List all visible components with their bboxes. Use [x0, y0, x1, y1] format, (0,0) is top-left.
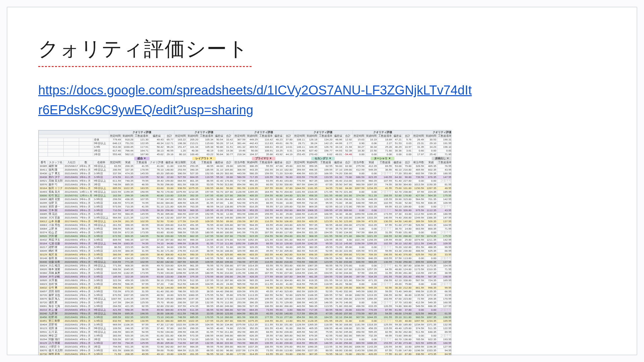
pill-gennkou[interactable]: 原稿出し ▼: [432, 157, 451, 160]
pill-primary[interactable]: プライマリ ▼: [252, 157, 275, 160]
table-row: 30531石川 凪2021/04/013年6ヶ月5年目以上246.59383.3…: [39, 330, 452, 334]
table-row: 30432馬場 洋太2022/09/014年6ヶ月3-5年目809.59946.…: [39, 238, 452, 242]
table-row: 30085萌 花恋2022/04/012年6ヶ月3-5年目847.59984.3…: [39, 212, 452, 216]
spreadsheet-table: クオリティ評価 クオリティ評価 クオリティ評価 クオリティ評価 クオリティ評価 …: [39, 130, 451, 355]
staff-col-header: 番号 スタッフ名 入社日 数 在籍率 想定時間実績工数超過クオリ評価偏差値 発注…: [39, 161, 452, 164]
table-row: 30730橋部 莉奈2021/04/013年6ヶ月3-5年目71.59208.3…: [39, 352, 452, 355]
group-header-row: クオリティ評価 クオリティ評価 クオリティ評価 クオリティ評価 クオリティ評価 …: [39, 130, 452, 134]
table-row: 30505水澤 雛2021/08/013年6ヶ月3-5年目322.59459.3…: [39, 279, 452, 282]
table-row: 30023吉村 慎2018/04/016年6ヶ月3-5年目459.59596.3…: [39, 282, 452, 286]
table-row: 30657原田 美咲2020/04/014年6ヶ月3-5年目733.59870.…: [39, 290, 452, 293]
table-row: 30164飯田 エリナ2015/08/015年6ヶ月5年目以上885.59102…: [39, 186, 452, 190]
table-row: 30129相沢 進2018/04/016年6ヶ月3-5年目360.59497.3…: [39, 253, 452, 256]
spreadsheet-image: クオリティ評価 クオリティ評価 クオリティ評価 クオリティ評価 クオリティ評価 …: [38, 130, 451, 355]
pill-secondary[interactable]: セカンダリ ▼: [311, 157, 335, 160]
pill-tertiary[interactable]: ターシャリ ▼: [371, 157, 394, 160]
table-row: 30520沢田 暖2021/04/013年6ヶ月3-5年目672.59809.3…: [39, 234, 452, 238]
table-row: 30000松竹 寛正2015/07/0112年6ヶ月5年目以上162.59299…: [39, 194, 452, 197]
table-row: 30294関藤 飛行2020/04/014年6ヶ月3年目520.59657.35…: [39, 338, 452, 341]
table-row: 30091角谷 七海2021/04/013年6ヶ月3-5年目284.59421.…: [39, 304, 452, 308]
table-row: 30012山本 美優2017/04/017年6ヶ月5年目以上124.59261.…: [39, 220, 452, 223]
slide-frame: クォリティ評価シート https://docs.google.com/sprea…: [7, 7, 637, 355]
table-row: 30129詩乃 萌菜2022/04/012年6ヶ月3-5年目657.59794.…: [39, 341, 452, 345]
summary-row: 全体779.49918.28121.3049.4365.77163.22205.…: [39, 138, 452, 141]
table-row: 30344木竹 紗帆2021/04/013年6ヶ月3-5年目185.59322.…: [39, 275, 452, 279]
table-row: 30440佐藤 佑希2022/04/012年6ヶ月5年目以上634.59771.…: [39, 260, 452, 264]
table-row: 30240九岸 輝2019/04/017年6ヶ月5年目以上558.59695.3…: [39, 312, 452, 315]
title-underline: [38, 66, 253, 67]
table-row: 30148春田 泉2019/04/016年6ヶ月3-5年目497.59634.3…: [39, 256, 452, 260]
table-row: 30065織田 花梨2021/04/015年6ヶ月3-5年目299.59436.…: [39, 197, 452, 201]
summary-row: 1年目553.48582.13167.9045.6229.1680.10100.…: [39, 153, 452, 156]
pill-layout[interactable]: レイアウト ▼: [192, 157, 216, 160]
table-row: 30036大河 芭亜2021/04/017年6ヶ月3-5年目以上984.5911…: [39, 216, 452, 220]
summary-row: 3年目617.40766.44164.7138.1346.551.2040.36…: [39, 149, 452, 153]
metric-subheader: 想定時間実績時間工数超過率偏差値合計 想定時間実績時間工数超過率偏差値合計 想定…: [39, 134, 452, 138]
summary-row: 3-5年913.301030.45117.9150.4296.24151.471…: [39, 145, 452, 149]
table-row: 30076飯原 海人2018/04/016年6ヶ月5年目以上1007.59114…: [39, 297, 452, 301]
table-row: 30084上野 来2021/04/013年6ヶ月3-5年目398.59535.3…: [39, 227, 452, 231]
table-row: 30210村上 優2015/04/018年6ヶ月5年目以上421.59558.3…: [39, 308, 452, 312]
table-row: 30360高橋 真恵2021/04/013年6ヶ月3-5年目1045.59118…: [39, 271, 452, 275]
section-pill-row: 総合 ▼ レイアウト ▼ プライマリ ▼ セカンダリ ▼ ターシャリ ▼ 原稿出…: [39, 156, 452, 161]
table-row: 30383岩田 遼一2021/04/015年6ヶ月3-5年目573.59710.…: [39, 205, 452, 208]
table-row: 30436山下 勇太2021/04/013年8ヶ月3-5年目337.59474.…: [39, 172, 452, 175]
table-row: 30340宮本 開2020/04/013年6ヶ月3-5年目710.59847.3…: [39, 208, 452, 212]
table-row: 30217紺野 瞳2018/04/016年6ヶ月3-5年目86.59223.35…: [39, 245, 452, 249]
pill-total[interactable]: 総合 ▼: [134, 157, 150, 160]
summary-row: 5年目以上646.13751.53122.9548.34112.71198.38…: [39, 141, 452, 145]
table-row: 30063小湊 秀也2019/04/015年6ヶ月5年目以上261.59398.…: [39, 223, 452, 227]
table-row: 30024大石 梅茂2012/04/013年6ヶ月5年目以上771.59908.…: [39, 264, 452, 267]
table-row: 30456松野 柊2021/04/013年6ヶ月3-5年目695.59832.3…: [39, 315, 452, 319]
page-title: クォリティ評価シート: [38, 36, 606, 63]
table-row: 30632金竹 勇2023/04/011年6ヶ月1年目596.59733.356…: [39, 286, 452, 290]
table-row: 30438那白 汐子2021/04/013年6ヶ月3-5年目474.59611.…: [39, 175, 452, 179]
table-row: 30011小野原 斗2019/10/014年6ヶ月3年目794.59931.35…: [39, 345, 452, 349]
table-row: 30411揚馬 陽2020/04/016年6ヶ月5年目以上200.59337.3…: [39, 168, 452, 172]
table-row: 30720邊田 恵2022/04/012年6ヶ月3-5年目147.59284.3…: [39, 301, 452, 304]
table-row: 30493長島 美月2012/04/0114年1ヶ月5年目以上1022.5911…: [39, 190, 452, 194]
table-row: 30070後川 光太郎2020/04/013年6ヶ月3-5年目931.59106…: [39, 349, 452, 352]
table-row: 30521高橋 英太郎2021/06/015年6ヶ月5年目以上611.59748…: [39, 179, 452, 183]
table-row: 30385織部 輝2015/08/176年8ヶ月5年目以上63.59200.35…: [39, 164, 452, 168]
table-row: 30020橋本 瀬菜2020/04/014年6ヶ月3-5年目908.591045…: [39, 267, 452, 271]
table-row: 30123花田 凛2019/04/015年6ヶ月5年目以上109.59246.3…: [39, 326, 452, 330]
table-row: 30374松山 柔2020/04/014年6ヶ月3-5年目535.59672.3…: [39, 231, 452, 234]
table-row: 30720藤野 克也2022/04/012年6ヶ月3-5年目870.591007…: [39, 293, 452, 297]
sheet-link[interactable]: https://docs.google.com/spreadsheets/d/1…: [38, 80, 474, 120]
table-row: 30451富江 剛季2021/04/013年6ヶ月3-5年目832.59969.…: [39, 319, 452, 323]
table-row: 30049嶋村 博2021/04/015年6ヶ月3-5年目223.59360.3…: [39, 249, 452, 253]
table-row: 30576藤井 巧2021/04/012年8ヶ月3年目748.59885.354…: [39, 183, 452, 186]
table-row: 30164七瀬 佐藤2019/04/015年6ヶ月5年目以上946.591083…: [39, 242, 452, 245]
table-row: 30295信野 充2022/04/015年6ヶ月3-5年目436.59573.3…: [39, 201, 452, 205]
table-row: 30020神谷 諒2022/04/012年6ヶ月3-5年目383.59520.3…: [39, 334, 452, 338]
table-row: 30404原野 唯2022/04/012年6ヶ月3-5年目969.591106.…: [39, 323, 452, 326]
